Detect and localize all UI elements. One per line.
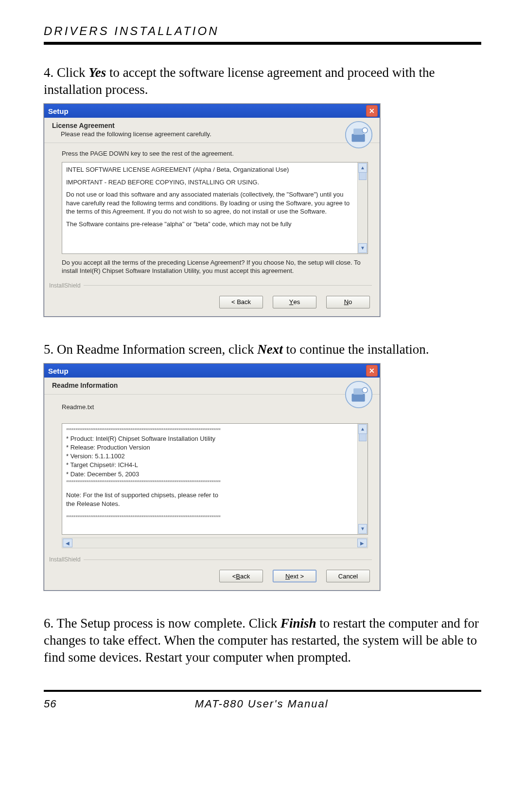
accept-question: Do you accept all the terms of the prece… <box>62 259 368 275</box>
wizard-body: Press the PAGE DOWN key to see the rest … <box>44 143 380 282</box>
close-icon[interactable]: ✕ <box>366 365 378 377</box>
scroll-up-icon[interactable]: ▲ <box>358 424 367 434</box>
readme-line: * Version: 5.1.1.1002 <box>66 452 355 461</box>
readme-line: * Product: Intel(R) Chipset Software Ins… <box>66 434 355 443</box>
scroll-up-icon[interactable]: ▲ <box>358 163 367 173</box>
vertical-scrollbar[interactable]: ▲ ▼ <box>357 424 368 534</box>
readme-dialog: Setup ✕ Readme Information Readme.txt **… <box>44 363 380 591</box>
page-footer: 56 MAT-880 User's Manual <box>44 698 481 710</box>
readme-line: * Target Chipset#: ICH4-L <box>66 461 355 469</box>
yes-button[interactable]: Yes <box>273 296 316 308</box>
step-6-text: 6. The Setup process is now complete. Cl… <box>44 615 481 666</box>
svg-rect-2 <box>353 128 363 135</box>
cancel-button[interactable]: Cancel <box>326 570 370 582</box>
wizard-subtitle: Please read the following license agreem… <box>61 130 372 138</box>
readme-note: Note: For the list of supported chipsets… <box>66 491 355 500</box>
dialog-titlebar[interactable]: Setup ✕ <box>44 104 380 118</box>
readme-textbox[interactable]: ****************************************… <box>62 423 368 535</box>
brand-rule <box>84 559 372 560</box>
brand-row: InstallShield <box>44 282 380 291</box>
divider-line: ****************************************… <box>66 479 355 486</box>
svg-rect-6 <box>353 389 363 395</box>
readme-label: Readme.txt <box>62 403 368 411</box>
footer-rule <box>44 690 481 692</box>
section-header: DRIVERS INSTALLATION <box>44 24 481 38</box>
wizard-title: License Agreement <box>52 122 372 129</box>
wizard-header: Readme Information <box>44 378 380 395</box>
scroll-thumb[interactable] <box>359 433 367 441</box>
brand-row: InstallShield <box>44 556 380 565</box>
scroll-thumb[interactable] <box>359 172 367 180</box>
next-button[interactable]: Next > <box>273 570 316 582</box>
svg-point-7 <box>362 388 368 393</box>
license-line: IMPORTANT - READ BEFORE COPYING, INSTALL… <box>66 178 355 187</box>
pagedown-hint: Press the PAGE DOWN key to see the rest … <box>62 150 368 157</box>
page-number: 56 <box>44 698 56 710</box>
close-icon[interactable]: ✕ <box>366 105 378 117</box>
step-5-text: 5. On Readme Information screen, click N… <box>44 341 481 358</box>
divider-line: ****************************************… <box>66 427 355 434</box>
scroll-down-icon[interactable]: ▼ <box>358 524 367 534</box>
no-button[interactable]: No <box>326 296 370 308</box>
license-line: The Software contains pre-release "alpha… <box>66 220 355 229</box>
license-line: Do not use or load this software and any… <box>66 190 355 216</box>
dialog-titlebar[interactable]: Setup ✕ <box>44 364 380 378</box>
installer-icon <box>345 380 373 409</box>
button-row: < Back Yes No <box>44 291 380 316</box>
scroll-down-icon[interactable]: ▼ <box>358 243 367 253</box>
installshield-brand: InstallShield <box>49 282 81 289</box>
back-button[interactable]: < Back <box>219 570 263 582</box>
dialog-title: Setup <box>48 367 69 375</box>
manual-title: MAT-880 User's Manual <box>195 698 329 710</box>
horizontal-scrollbar[interactable]: ◀ ▶ <box>62 538 368 548</box>
wizard-title: Readme Information <box>52 381 372 389</box>
header-rule <box>44 42 481 45</box>
brand-rule <box>84 285 372 286</box>
license-line: INTEL SOFTWARE LICENSE AGREEMENT (Alpha … <box>66 165 355 174</box>
wizard-header: License Agreement Please read the follow… <box>44 118 380 143</box>
license-dialog: Setup ✕ License Agreement Please read th… <box>44 104 380 317</box>
svg-rect-5 <box>352 394 365 402</box>
button-row: < Back Next > Cancel <box>44 565 380 590</box>
svg-point-3 <box>362 128 368 133</box>
back-button[interactable]: < Back <box>219 296 263 308</box>
readme-note: the Release Notes. <box>66 500 355 508</box>
divider-line: ****************************************… <box>66 514 355 521</box>
dialog-title: Setup <box>48 107 69 115</box>
license-textbox[interactable]: INTEL SOFTWARE LICENSE AGREEMENT (Alpha … <box>62 162 368 254</box>
installshield-brand: InstallShield <box>49 556 81 563</box>
step-4-text: 4. Click Yes to accept the software lice… <box>44 64 481 98</box>
scroll-right-icon[interactable]: ▶ <box>357 539 367 547</box>
manual-page: DRIVERS INSTALLATION 4. Click Yes to acc… <box>0 0 525 740</box>
readme-line: * Date: December 5, 2003 <box>66 470 355 479</box>
svg-rect-1 <box>352 134 365 142</box>
vertical-scrollbar[interactable]: ▲ ▼ <box>357 162 368 253</box>
readme-line: * Release: Production Version <box>66 443 355 452</box>
scroll-left-icon[interactable]: ◀ <box>63 539 72 547</box>
wizard-body: Readme.txt *****************************… <box>44 395 380 556</box>
installer-icon <box>345 121 373 149</box>
